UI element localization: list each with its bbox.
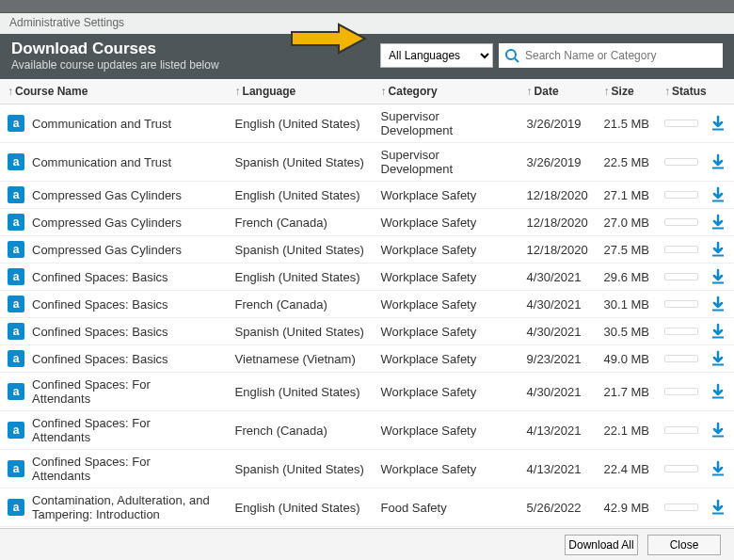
table-row[interactable]: a Communication and Trust Spanish (Unite… [0, 143, 734, 182]
course-name-label: Confined Spaces: For Attendants [32, 377, 211, 406]
course-icon: a [8, 241, 24, 258]
table-row[interactable]: a Confined Spaces: Basics English (Unite… [0, 264, 734, 291]
course-icon: a [8, 323, 24, 340]
svg-line-2 [515, 58, 519, 62]
course-icon: a [8, 460, 24, 477]
download-icon[interactable] [710, 115, 726, 132]
course-language-label: English (United States) [228, 488, 374, 527]
course-date-label: 4/13/2021 [519, 450, 597, 488]
footer-bar: Download All Close [0, 528, 734, 560]
course-size-label: 21.7 MB [597, 373, 657, 411]
course-icon: a [8, 350, 24, 367]
course-icon: a [8, 383, 24, 400]
breadcrumb: Administrative Settings [0, 13, 734, 34]
course-size-label: 27.0 MB [597, 209, 657, 236]
course-name-label: Communication and Trust [32, 155, 171, 169]
progress-bar [664, 218, 698, 226]
download-icon[interactable] [710, 214, 726, 231]
course-language-label: French (Canada) [228, 411, 374, 450]
course-size-label: 42.9 MB [597, 488, 657, 527]
table-row[interactable]: a Confined Spaces: For Attendants French… [0, 411, 734, 450]
table-row[interactable]: a Confined Spaces: Basics Spanish (Unite… [0, 318, 734, 345]
col-header-category[interactable]: ↑Category [374, 79, 519, 104]
download-icon[interactable] [710, 296, 726, 312]
table-row[interactable]: a Confined Spaces: For Attendants Englis… [0, 373, 734, 411]
course-language-label: English (United States) [228, 264, 374, 291]
course-name-label: Confined Spaces: Basics [32, 325, 168, 339]
course-icon: a [8, 499, 24, 516]
course-category-label: Food Safety [374, 488, 519, 527]
course-icon: a [8, 422, 24, 439]
course-name-label: Compressed Gas Cylinders [32, 216, 182, 230]
download-icon[interactable] [710, 383, 726, 400]
course-name-label: Communication and Trust [32, 117, 171, 131]
table-row[interactable]: a Confined Spaces: For Attendants Spanis… [0, 450, 734, 488]
course-icon: a [8, 214, 24, 231]
course-name-label: Confined Spaces: Basics [32, 270, 168, 284]
download-icon[interactable] [710, 422, 726, 439]
course-category-label: Supervisor Development [374, 104, 519, 143]
course-category-label: Workplace Safety [374, 450, 519, 488]
progress-bar [664, 158, 698, 166]
course-date-label: 12/18/2020 [519, 236, 597, 264]
course-date-label: 4/30/2021 [519, 373, 597, 411]
download-icon[interactable] [710, 153, 726, 170]
col-header-name[interactable]: ↑Course Name [0, 79, 228, 104]
course-category-label: Workplace Safety [374, 264, 519, 291]
course-name-label: Confined Spaces: For Attendants [32, 455, 211, 483]
courses-table-wrap[interactable]: ↑Course Name ↑Language ↑Category ↑Date ↑… [0, 79, 734, 538]
course-name-label: Confined Spaces: Basics [32, 297, 168, 312]
course-language-label: English (United States) [228, 373, 374, 411]
progress-bar [664, 191, 698, 199]
table-row[interactable]: a Communication and Trust English (Unite… [0, 104, 734, 143]
progress-bar [664, 120, 698, 127]
course-category-label: Workplace Safety [374, 411, 519, 450]
sort-asc-icon: ↑ [604, 85, 610, 98]
download-all-button[interactable]: Download All [565, 535, 638, 555]
table-row[interactable]: a Compressed Gas Cylinders French (Canad… [0, 209, 734, 236]
download-icon[interactable] [710, 460, 726, 477]
course-date-label: 4/30/2021 [519, 264, 597, 291]
course-date-label: 3/26/2019 [519, 104, 597, 143]
progress-bar [664, 504, 698, 511]
search-input[interactable] [525, 49, 717, 62]
course-date-label: 4/30/2021 [519, 318, 597, 345]
download-icon[interactable] [710, 241, 726, 258]
progress-bar [664, 300, 698, 308]
download-icon[interactable] [710, 186, 726, 203]
sort-asc-icon: ↑ [664, 85, 670, 98]
progress-bar [664, 355, 698, 362]
course-date-label: 9/23/2021 [519, 345, 597, 373]
col-header-status[interactable]: ↑Status [657, 79, 734, 104]
table-row[interactable]: a Confined Spaces: Basics French (Canada… [0, 291, 734, 318]
download-icon[interactable] [710, 323, 726, 340]
course-date-label: 12/18/2020 [519, 182, 597, 209]
course-size-label: 30.5 MB [597, 318, 657, 345]
language-filter-select[interactable]: All Languages [380, 43, 493, 68]
download-icon[interactable] [710, 268, 726, 285]
course-size-label: 22.1 MB [597, 411, 657, 450]
download-icon[interactable] [710, 499, 726, 516]
header-bar: Download Courses Available course update… [0, 34, 734, 79]
window-top-strip [0, 0, 734, 13]
download-icon[interactable] [710, 350, 726, 367]
course-category-label: Workplace Safety [374, 318, 519, 345]
sort-asc-icon: ↑ [235, 85, 241, 98]
col-header-date[interactable]: ↑Date [519, 79, 597, 104]
table-row[interactable]: a Compressed Gas Cylinders Spanish (Unit… [0, 236, 734, 264]
col-header-size[interactable]: ↑Size [597, 79, 657, 104]
course-size-label: 27.1 MB [597, 182, 657, 209]
table-row[interactable]: a Contamination, Adulteration, and Tampe… [0, 488, 734, 527]
course-category-label: Workplace Safety [374, 209, 519, 236]
course-language-label: Spanish (United States) [228, 143, 374, 182]
search-box[interactable] [499, 43, 723, 68]
table-row[interactable]: a Compressed Gas Cylinders English (Unit… [0, 182, 734, 209]
progress-bar [664, 328, 698, 335]
course-category-label: Workplace Safety [374, 291, 519, 318]
course-category-label: Workplace Safety [374, 182, 519, 209]
course-size-label: 30.1 MB [597, 291, 657, 318]
course-language-label: English (United States) [228, 182, 374, 209]
close-button[interactable]: Close [647, 535, 721, 555]
col-header-language[interactable]: ↑Language [228, 79, 374, 104]
table-row[interactable]: a Confined Spaces: Basics Vietnamese (Vi… [0, 345, 734, 373]
